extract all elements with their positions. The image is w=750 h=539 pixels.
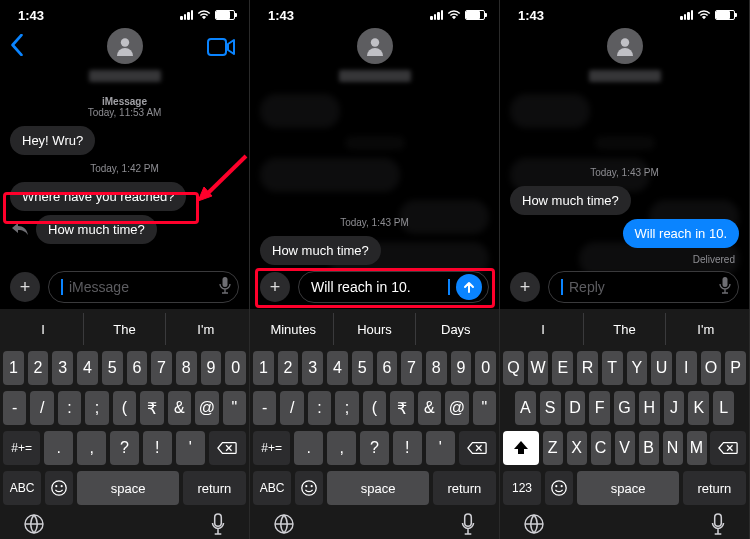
- contact-avatar[interactable]: [357, 28, 393, 64]
- key-@[interactable]: @: [195, 391, 218, 425]
- space-key[interactable]: space: [327, 471, 428, 505]
- globe-key[interactable]: [23, 513, 45, 539]
- key-,[interactable]: ,: [327, 431, 356, 465]
- key-![interactable]: !: [393, 431, 422, 465]
- space-key[interactable]: space: [577, 471, 678, 505]
- key-/[interactable]: /: [30, 391, 53, 425]
- key-5[interactable]: 5: [352, 351, 373, 385]
- key-v[interactable]: V: [615, 431, 635, 465]
- shift-key[interactable]: [503, 431, 539, 465]
- key-p[interactable]: P: [725, 351, 746, 385]
- key-f[interactable]: F: [589, 391, 610, 425]
- key-:[interactable]: :: [58, 391, 81, 425]
- key-o[interactable]: O: [701, 351, 722, 385]
- key-9[interactable]: 9: [451, 351, 472, 385]
- key-6[interactable]: 6: [127, 351, 148, 385]
- key-r[interactable]: R: [577, 351, 598, 385]
- key-0[interactable]: 0: [225, 351, 246, 385]
- return-key[interactable]: return: [683, 471, 746, 505]
- quoted-bubble[interactable]: How much time?: [260, 236, 381, 265]
- key-,[interactable]: ,: [77, 431, 106, 465]
- key-3[interactable]: 3: [302, 351, 323, 385]
- backspace-key[interactable]: [710, 431, 746, 465]
- key-b[interactable]: B: [639, 431, 659, 465]
- key-7[interactable]: 7: [151, 351, 172, 385]
- abc-key[interactable]: ABC: [253, 471, 291, 505]
- key-@[interactable]: @: [445, 391, 468, 425]
- key-j[interactable]: J: [664, 391, 685, 425]
- message-input[interactable]: Will reach in 10.: [298, 271, 489, 303]
- key-5[interactable]: 5: [102, 351, 123, 385]
- key-w[interactable]: W: [528, 351, 549, 385]
- dictate-key[interactable]: [710, 513, 726, 539]
- key-₹[interactable]: ₹: [140, 391, 163, 425]
- return-key[interactable]: return: [183, 471, 246, 505]
- key-s[interactable]: S: [540, 391, 561, 425]
- key-a[interactable]: A: [515, 391, 536, 425]
- key-0[interactable]: 0: [475, 351, 496, 385]
- emoji-key[interactable]: [45, 471, 73, 505]
- contact-avatar[interactable]: [107, 28, 143, 64]
- key-?[interactable]: ?: [110, 431, 139, 465]
- received-bubble[interactable]: Hey! Wru?: [10, 126, 95, 155]
- sent-bubble[interactable]: Will reach in 10.: [623, 219, 739, 248]
- space-key[interactable]: space: [77, 471, 178, 505]
- globe-key[interactable]: [273, 513, 295, 539]
- back-button[interactable]: [10, 32, 24, 62]
- key-y[interactable]: Y: [627, 351, 648, 385]
- suggestion[interactable]: Minutes: [253, 313, 334, 345]
- contact-avatar[interactable]: [607, 28, 643, 64]
- key-;[interactable]: ;: [85, 391, 108, 425]
- key-e[interactable]: E: [552, 351, 573, 385]
- dictation-icon[interactable]: [218, 276, 232, 298]
- key-n[interactable]: N: [663, 431, 683, 465]
- suggestion[interactable]: I'm: [666, 313, 746, 345]
- key-i[interactable]: I: [676, 351, 697, 385]
- emoji-key[interactable]: [295, 471, 323, 505]
- quoted-bubble[interactable]: How much time?: [510, 186, 631, 215]
- key-4[interactable]: 4: [77, 351, 98, 385]
- key-g[interactable]: G: [614, 391, 635, 425]
- key-&[interactable]: &: [418, 391, 441, 425]
- key-1[interactable]: 1: [3, 351, 24, 385]
- suggestion[interactable]: The: [84, 313, 165, 345]
- key-₹[interactable]: ₹: [390, 391, 413, 425]
- backspace-key[interactable]: [209, 431, 246, 465]
- message-input[interactable]: Reply: [548, 271, 739, 303]
- globe-key[interactable]: [523, 513, 545, 539]
- key-z[interactable]: Z: [543, 431, 563, 465]
- return-key[interactable]: return: [433, 471, 496, 505]
- key-?[interactable]: ?: [360, 431, 389, 465]
- key-2[interactable]: 2: [278, 351, 299, 385]
- key-;[interactable]: ;: [335, 391, 358, 425]
- swipe-reply-row[interactable]: How much time?: [10, 215, 239, 244]
- emoji-key[interactable]: [545, 471, 573, 505]
- key-8[interactable]: 8: [176, 351, 197, 385]
- backspace-key[interactable]: [459, 431, 496, 465]
- attach-plus-button[interactable]: +: [10, 272, 40, 302]
- key-3[interactable]: 3: [52, 351, 73, 385]
- key--[interactable]: -: [3, 391, 26, 425]
- suggestion[interactable]: The: [584, 313, 665, 345]
- key-h[interactable]: H: [639, 391, 660, 425]
- key-![interactable]: !: [143, 431, 172, 465]
- key-m[interactable]: M: [687, 431, 707, 465]
- dictate-key[interactable]: [210, 513, 226, 539]
- key-.[interactable]: .: [44, 431, 73, 465]
- key-'[interactable]: ': [176, 431, 205, 465]
- key-1[interactable]: 1: [253, 351, 274, 385]
- suggestion[interactable]: I: [3, 313, 84, 345]
- suggestion[interactable]: Days: [416, 313, 496, 345]
- key-t[interactable]: T: [602, 351, 623, 385]
- attach-plus-button[interactable]: +: [510, 272, 540, 302]
- key-7[interactable]: 7: [401, 351, 422, 385]
- key-"[interactable]: ": [223, 391, 246, 425]
- key-u[interactable]: U: [651, 351, 672, 385]
- facetime-button[interactable]: [207, 32, 235, 60]
- key-"[interactable]: ": [473, 391, 496, 425]
- keyboard[interactable]: I The I'm 1234567890 -/:;(₹&@" #+= .,?!'…: [0, 309, 249, 539]
- key-l[interactable]: L: [713, 391, 734, 425]
- key--[interactable]: -: [253, 391, 276, 425]
- dictation-icon[interactable]: [718, 276, 732, 298]
- key-q[interactable]: Q: [503, 351, 524, 385]
